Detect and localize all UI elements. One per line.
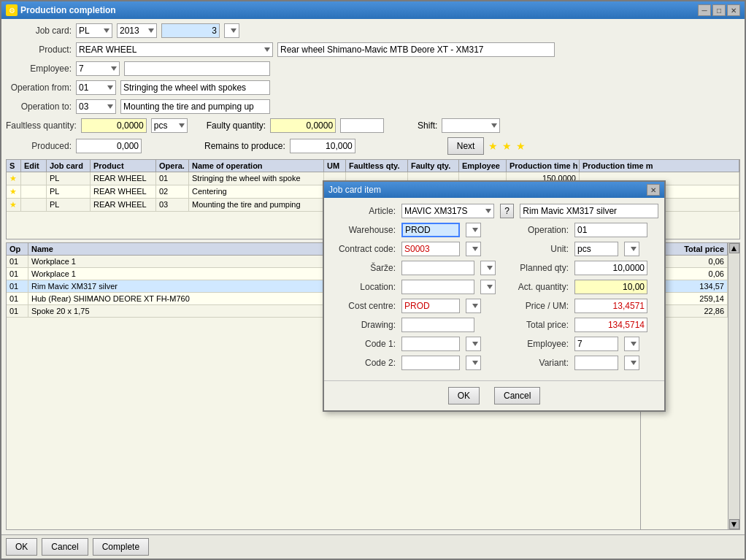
faulty-extra-input[interactable] [340,118,384,133]
location-select[interactable] [480,280,496,294]
code2-input[interactable] [401,356,460,370]
scroll-up-button[interactable]: ▲ [729,243,739,253]
contract-select[interactable] [466,242,481,256]
product-label: Product: [6,45,72,55]
employee-label: Employee: [6,64,72,74]
faultless-unit-select[interactable]: pcs [151,118,188,133]
cancel-button[interactable]: Cancel [42,538,88,556]
col-faulty-qty: Faulty qty. [408,160,459,172]
op-from-desc-input [120,80,270,95]
col-s: S [7,160,21,172]
faultless-qty-label: Faultless quantity: [6,120,77,131]
article-desc-input [520,204,658,218]
cost-centre-select[interactable] [466,299,481,313]
op-to-label: Operation to: [6,101,72,112]
faultless-qty-input[interactable] [81,118,147,133]
col-opera: Opera. [156,160,189,172]
col-job-card: Job card [47,160,91,172]
star-icon-3[interactable]: ★ [516,140,526,152]
star-icon-1[interactable]: ★ [488,140,498,152]
vertical-scrollbar[interactable]: ▲ ▼ [728,243,739,529]
produced-label: Produced: [6,141,72,151]
dialog-employee-select[interactable] [624,337,639,351]
act-qty-input[interactable] [574,280,647,294]
window-title: Production completion [20,5,116,15]
close-button[interactable]: ✕ [727,4,740,16]
star-icon-2[interactable]: ★ [502,140,512,152]
op-from-label: Operation from: [6,83,72,93]
minimize-button[interactable]: ─ [698,4,711,16]
product-desc-input [277,42,555,57]
planned-qty-label: Planned qty: [503,263,569,273]
maximize-button[interactable]: □ [712,4,726,16]
code2-select[interactable] [466,356,481,370]
dialog-title-text: Job card item [328,185,381,195]
total-price-input [574,318,647,332]
job-card-item-dialog: Job card item ✕ Article: MAVIC XM317S ? … [323,180,666,412]
code2-label: Code 2: [330,358,396,368]
operation-input [574,223,647,237]
col-prod-time-h: Production time h [507,160,580,172]
price-um-label: Price / UM: [503,301,569,311]
op-from-select[interactable]: 01 [76,80,116,95]
article-help-button[interactable]: ? [500,204,514,218]
scroll-down-button[interactable]: ▼ [729,519,739,529]
contract-input[interactable] [401,242,460,256]
employee-name-input [124,61,270,76]
col-product: Product [91,160,156,172]
contract-label: Contract code: [330,244,396,254]
ok-button[interactable]: OK [6,538,37,556]
dialog-cancel-button[interactable]: Cancel [494,387,540,404]
code1-label: Code 1: [330,339,396,349]
faulty-qty-label: Faulty quantity: [207,120,266,131]
job-card-num-input[interactable] [161,23,220,38]
location-input[interactable] [401,280,474,294]
operation-label: Operation: [503,225,569,235]
complete-button[interactable]: Complete [93,538,149,556]
main-table-header: S Edit Job card Product Opera. Name of o… [7,160,739,172]
sarze-input[interactable] [401,261,474,275]
variant-select[interactable] [624,356,639,370]
dialog-ok-button[interactable]: OK [448,387,480,404]
dialog-employee-input[interactable] [574,337,618,351]
employee-select[interactable]: 7 [76,61,120,76]
col-edit: Edit [21,160,47,172]
drawing-input[interactable] [401,318,474,332]
job-card-label: Job card: [6,26,72,36]
col-faultless-qty: Faultless qty. [346,160,408,172]
op-to-select[interactable]: 03 [76,99,116,114]
col-prod-time-m: Production time m [580,160,739,172]
act-qty-label: Act. quantity: [503,282,569,292]
dialog-title-bar: Job card item ✕ [324,182,664,198]
article-label: Article: [330,206,396,216]
window-icon: ⚙ [6,4,18,16]
unit-label: Unit: [503,244,569,254]
code1-input[interactable] [401,337,460,351]
col-employee: Employee [459,160,507,172]
sarze-label: Šarže: [330,263,396,273]
remains-label: Remains to produce: [204,141,285,151]
planned-qty-input [574,261,647,275]
bottom-bar: OK Cancel Complete [1,534,745,559]
next-button[interactable]: Next [447,137,485,155]
sarze-select[interactable] [480,261,496,275]
job-card-num-select[interactable] [224,23,239,38]
warehouse-label: Warehouse: [330,225,396,235]
job-card-year-select[interactable]: 2013 [117,23,157,38]
shift-label: Shift: [418,120,437,131]
remains-input [290,139,355,153]
variant-input[interactable] [574,356,618,370]
code1-select[interactable] [466,337,481,351]
drawing-label: Drawing: [330,320,396,330]
warehouse-input[interactable] [401,223,460,237]
job-card-pl-select[interactable]: PL [76,23,112,38]
article-select[interactable]: MAVIC XM317S [401,204,494,218]
warehouse-select[interactable] [466,223,481,237]
shift-select[interactable] [442,118,500,133]
unit-select[interactable] [624,242,639,256]
product-select[interactable]: REAR WHEEL [76,42,273,57]
col-um: UM [324,160,346,172]
cost-centre-input[interactable] [401,299,460,313]
dialog-close-button[interactable]: ✕ [647,184,660,196]
faulty-qty-input[interactable] [270,118,336,133]
